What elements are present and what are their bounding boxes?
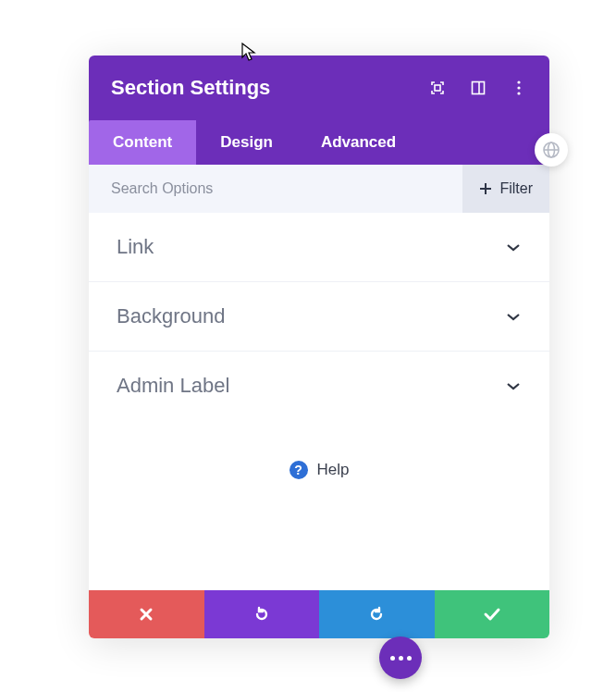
modal-footer bbox=[89, 590, 549, 638]
globe-icon bbox=[542, 141, 561, 159]
dot-icon bbox=[407, 656, 412, 661]
check-icon bbox=[483, 607, 501, 622]
close-icon bbox=[139, 607, 154, 622]
tab-content[interactable]: Content bbox=[89, 120, 196, 165]
accordion-item-admin-label[interactable]: Admin Label bbox=[89, 352, 549, 420]
undo-icon bbox=[253, 606, 270, 623]
plus-icon bbox=[479, 182, 492, 195]
save-button[interactable] bbox=[435, 590, 550, 638]
options-accordion: Link Background Admin Label bbox=[89, 213, 549, 420]
search-input[interactable] bbox=[111, 180, 462, 197]
accordion-label: Admin Label bbox=[117, 374, 229, 398]
chevron-down-icon bbox=[505, 241, 522, 253]
svg-rect-1 bbox=[473, 82, 485, 94]
cancel-button[interactable] bbox=[89, 590, 204, 638]
accordion-label: Background bbox=[117, 304, 225, 328]
svg-point-5 bbox=[517, 92, 520, 94]
accordion-item-link[interactable]: Link bbox=[89, 213, 549, 282]
tab-bar: Content Design Advanced bbox=[89, 120, 549, 165]
panel-layout-icon[interactable] bbox=[470, 80, 487, 96]
dot-icon bbox=[399, 656, 403, 661]
chevron-down-icon bbox=[505, 311, 522, 322]
redo-button[interactable] bbox=[319, 590, 435, 638]
responsive-preview-button[interactable] bbox=[535, 133, 568, 167]
filter-button[interactable]: Filter bbox=[462, 165, 549, 213]
tab-design[interactable]: Design bbox=[196, 120, 297, 165]
svg-point-3 bbox=[517, 80, 520, 83]
filter-label: Filter bbox=[499, 180, 533, 197]
svg-rect-0 bbox=[435, 85, 440, 91]
help-icon: ? bbox=[290, 461, 308, 479]
svg-point-4 bbox=[517, 86, 520, 89]
accordion-item-background[interactable]: Background bbox=[89, 282, 549, 352]
header-actions bbox=[429, 80, 527, 96]
redo-icon bbox=[368, 606, 385, 623]
undo-button[interactable] bbox=[204, 590, 320, 638]
help-label: Help bbox=[317, 461, 350, 479]
tab-advanced[interactable]: Advanced bbox=[297, 120, 420, 165]
help-link[interactable]: ? Help bbox=[89, 420, 549, 590]
more-icon[interactable] bbox=[511, 80, 527, 96]
floating-menu-button[interactable] bbox=[379, 636, 422, 679]
modal-header: Section Settings bbox=[89, 56, 549, 120]
search-bar: Filter bbox=[89, 165, 549, 213]
chevron-down-icon bbox=[505, 380, 522, 391]
accordion-label: Link bbox=[117, 235, 154, 259]
settings-modal: Section Settings Content bbox=[89, 56, 549, 638]
expand-icon[interactable] bbox=[429, 80, 446, 96]
dot-icon bbox=[390, 656, 395, 661]
modal-title: Section Settings bbox=[111, 76, 270, 100]
